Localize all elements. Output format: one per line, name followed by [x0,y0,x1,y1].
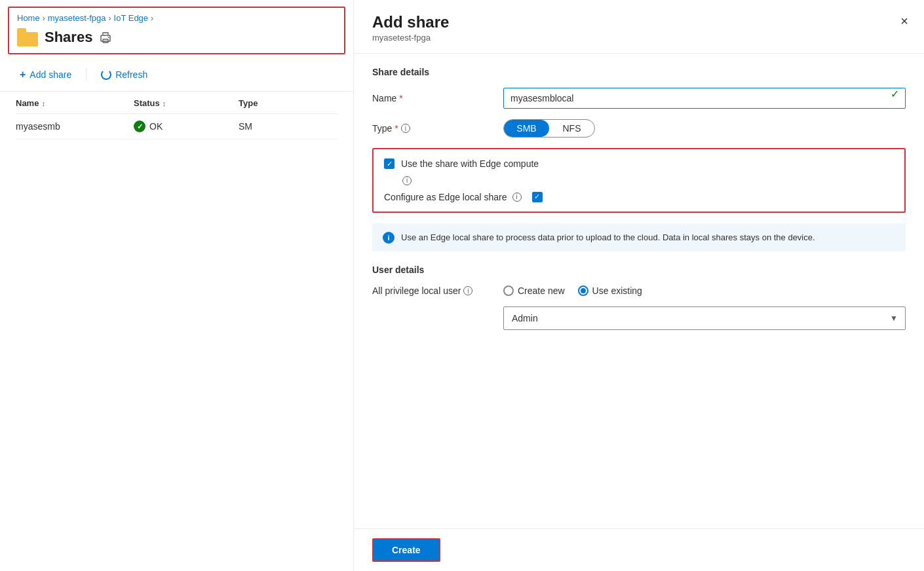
row-type: SM [239,121,337,132]
user-label: All privilege local user i [372,286,503,296]
panel-header: Add share myasetest-fpga × [354,0,924,54]
header-section: Home › myasetest-fpga › IoT Edge › Share… [8,7,345,54]
panel-footer: Create [354,528,924,571]
refresh-icon [101,69,111,80]
sort-icon-name[interactable]: ↕ [41,100,45,107]
edge-compute-section: ✓ Use the share with Edge compute i Conf… [372,148,906,213]
edge-compute-checkbox[interactable]: ✓ [384,158,395,169]
radio-selected-dot [581,288,586,293]
type-label: Type * i [372,123,503,134]
close-button[interactable]: × [898,12,911,30]
radio-group: Create new Use existing [503,286,642,296]
user-details-title: User details [372,265,906,275]
breadcrumb-sep3: › [151,14,153,23]
folder-icon [17,28,38,46]
table-header: Name ↕ Status ↕ Type [16,92,337,114]
col-header-name: Name ↕ [16,98,134,108]
use-existing-radio[interactable] [578,286,588,296]
input-check-icon: ✓ [891,88,899,100]
col-header-status: Status ↕ [134,98,239,108]
row-name: myasesmb [16,121,134,132]
refresh-label: Refresh [115,69,147,80]
toolbar: + Add share Refresh [0,58,353,92]
edge-compute-label: Use the share with Edge compute [401,158,539,169]
name-input-wrapper: ✓ [503,88,906,109]
add-share-button[interactable]: + Add share [16,66,75,83]
edge-compute-info-icon[interactable]: i [402,176,412,185]
print-icon[interactable] [99,31,112,44]
breadcrumb-sep2: › [109,14,111,23]
panel-title: Add share [372,13,906,31]
svg-point-2 [108,37,109,38]
table-row[interactable]: myasesmb ✓ OK SM [16,114,337,139]
toolbar-divider [86,68,87,81]
page-title: Shares [45,29,92,46]
info-box: i Use an Edge local share to process dat… [372,223,906,252]
edge-local-label: Configure as Edge local share i [384,192,522,202]
name-label: Name * [372,93,503,103]
type-required: * [395,123,398,134]
edge-local-checkbox[interactable]: ✓ [532,192,543,202]
add-share-panel: Add share myasetest-fpga × Share details… [354,0,924,571]
edge-local-row: Configure as Edge local share i ✓ [384,192,894,202]
info-box-icon: i [383,232,395,244]
edge-local-info-icon[interactable]: i [512,193,522,202]
info-box-text: Use an Edge local share to process data … [401,231,815,244]
user-select-wrapper: Admin ▼ [503,306,906,330]
edge-compute-row: ✓ Use the share with Edge compute [384,158,894,169]
use-existing-option[interactable]: Use existing [578,286,642,296]
use-existing-label: Use existing [592,286,642,296]
create-new-radio[interactable] [503,286,514,296]
nfs-button[interactable]: NFS [549,120,594,137]
breadcrumb: Home › myasetest-fpga › IoT Edge › [17,13,336,23]
refresh-button[interactable]: Refresh [97,67,151,83]
type-row: Type * i SMB NFS [372,119,906,138]
breadcrumb-sep1: › [43,14,45,23]
status-ok: ✓ OK [134,120,163,132]
breadcrumb-home[interactable]: Home [17,13,40,23]
create-new-label: Create new [518,286,565,296]
sort-icon-status[interactable]: ↕ [163,100,166,107]
create-new-option[interactable]: Create new [503,286,565,296]
panel-body: Share details Name * ✓ Type * i SMB NFS [354,54,924,528]
plus-icon: + [20,69,26,81]
row-status: ✓ OK [134,120,239,132]
user-row: All privilege local user i Create new Us… [372,286,906,296]
ok-icon: ✓ [134,120,145,132]
add-share-label: Add share [29,69,71,80]
name-required: * [399,93,402,103]
breadcrumb-device[interactable]: myasetest-fpga [48,13,106,23]
type-info-icon[interactable]: i [401,124,410,133]
smb-button[interactable]: SMB [504,120,549,137]
user-select[interactable]: Admin [503,306,906,330]
shares-table: Name ↕ Status ↕ Type myasesmb ✓ [0,92,353,139]
user-info-icon[interactable]: i [463,286,472,295]
panel-subtitle: myasetest-fpga [372,33,906,43]
svg-rect-0 [101,35,110,41]
name-row: Name * ✓ [372,88,906,109]
share-details-title: Share details [372,67,906,77]
page-header: Shares [17,28,336,46]
breadcrumb-section[interactable]: IoT Edge [114,13,149,23]
name-input[interactable] [503,88,906,109]
col-header-type: Type [239,98,337,108]
type-toggle: SMB NFS [503,119,595,138]
create-button[interactable]: Create [372,538,440,562]
